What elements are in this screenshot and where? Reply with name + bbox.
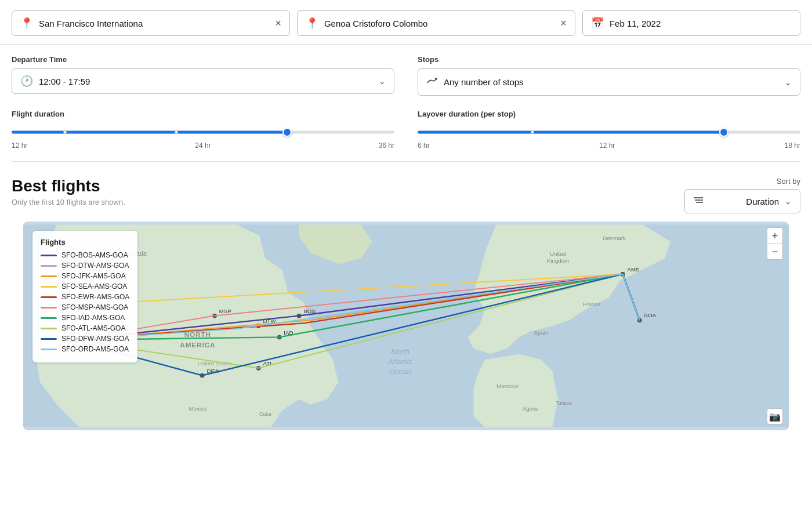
- clock-icon: 🕐: [20, 75, 33, 88]
- best-flights-title: Best flights: [12, 177, 125, 195]
- layover-duration-tick-1: 6 hr: [418, 141, 430, 150]
- stops-label: Stops: [418, 55, 800, 64]
- legend-color-line: [41, 317, 57, 319]
- legend-item: SFO-JFK-AMS-GOA: [41, 272, 129, 280]
- svg-text:AMERICA: AMERICA: [180, 341, 215, 349]
- flight-duration-slider-group: Flight duration 12 hr 24 hr 36 hr: [12, 110, 394, 150]
- destination-value: Genoa Cristoforo Colombo: [324, 19, 554, 28]
- map-svg: North Atlantic Ocean Canada NORTH AMERIC…: [23, 222, 789, 430]
- flight-duration-dot-1: [63, 130, 67, 134]
- flight-duration-tick-3: 36 hr: [379, 141, 394, 150]
- layover-duration-tick-2: 12 hr: [599, 141, 615, 150]
- denmark-label: Denmark: [603, 235, 625, 241]
- flight-duration-dot-2: [175, 130, 178, 134]
- svg-text:Atlantic: Atlantic: [388, 358, 413, 366]
- best-flights-subtitle: Only the first 10 flights are shown.: [12, 198, 125, 206]
- sort-by-label: Sort by: [684, 177, 800, 186]
- layover-duration-fill: [418, 131, 724, 134]
- msp-label: MSP: [219, 308, 231, 314]
- sliders-row: Flight duration 12 hr 24 hr 36 hr Layove…: [0, 99, 812, 155]
- legend-item: SFO-ATL-AMS-GOA: [41, 324, 129, 332]
- legend-item: SFO-EWR-AMS-GOA: [41, 293, 129, 301]
- stops-select[interactable]: Any number of stops ⌄: [418, 68, 800, 96]
- map-container: North Atlantic Ocean Canada NORTH AMERIC…: [23, 222, 789, 430]
- sort-by-container: Sort by Duration ⌄: [684, 177, 800, 213]
- legend-color-line: [41, 286, 57, 288]
- legend-color-line: [41, 307, 57, 309]
- search-bar: 📍 San Francisco Internationa × 📍 Genoa C…: [0, 0, 812, 45]
- morocco-label: Morocco: [496, 383, 518, 389]
- date-input[interactable]: 📅 Feb 11, 2022: [582, 10, 800, 36]
- flight-duration-track: [12, 131, 394, 134]
- map-controls: + −: [767, 227, 783, 260]
- sort-chevron-icon: ⌄: [785, 197, 792, 206]
- legend-route-label: SFO-DFW-AMS-GOA: [61, 335, 129, 343]
- cuba-label: Cuba: [259, 411, 271, 417]
- tunisia-label: Tunisia: [556, 400, 572, 406]
- spain-label: Spain: [534, 329, 549, 336]
- sort-by-select[interactable]: Duration ⌄: [684, 189, 800, 213]
- layover-duration-dot-1: [531, 130, 534, 134]
- legend-route-label: SFO-DTW-AMS-GOA: [61, 262, 129, 270]
- legend-color-line: [41, 255, 57, 256]
- layover-duration-tick-3: 18 hr: [785, 141, 800, 150]
- legend-items: SFO-BOS-AMS-GOASFO-DTW-AMS-GOASFO-JFK-AM…: [41, 251, 129, 353]
- legend-color-line: [41, 338, 57, 340]
- legend-color-line: [41, 275, 57, 277]
- legend-color-line: [41, 349, 57, 350]
- north-atlantic-label: North: [392, 348, 409, 356]
- best-flights-heading: Best flights Only the first 10 flights a…: [12, 177, 125, 206]
- destination-icon: 📍: [306, 17, 318, 30]
- sort-value: Duration: [709, 197, 779, 206]
- legend-item: SFO-DTW-AMS-GOA: [41, 262, 129, 270]
- departure-time-select[interactable]: 🕐 12:00 - 17:59 ⌄: [12, 68, 394, 94]
- destination-input[interactable]: 📍 Genoa Cristoforo Colombo ×: [297, 10, 575, 36]
- legend-route-label: SFO-SEA-AMS-GOA: [61, 282, 127, 291]
- origin-clear-button[interactable]: ×: [275, 17, 281, 30]
- layover-duration-track: [418, 131, 800, 134]
- map-screenshot-button[interactable]: 📷: [767, 408, 783, 424]
- departure-time-value: 12:00 - 17:59: [39, 77, 373, 86]
- legend-route-label: SFO-IAD-AMS-GOA: [61, 314, 125, 322]
- best-flights-header: Best flights Only the first 10 flights a…: [12, 177, 800, 213]
- legend-color-line: [41, 296, 57, 298]
- destination-clear-button[interactable]: ×: [560, 17, 567, 30]
- svg-text:Ocean: Ocean: [390, 368, 411, 376]
- flight-duration-thumb[interactable]: [282, 128, 292, 137]
- section-divider: [12, 161, 800, 162]
- flight-duration-label: Flight duration: [12, 110, 394, 118]
- zoom-in-button[interactable]: +: [767, 227, 783, 244]
- layover-duration-slider[interactable]: [418, 126, 800, 138]
- algeria-label: Algeria: [522, 406, 538, 412]
- legend-route-label: SFO-BOS-AMS-GOA: [61, 251, 128, 259]
- stops-icon: [426, 75, 438, 89]
- layover-duration-thumb[interactable]: [719, 128, 728, 137]
- origin-input[interactable]: 📍 San Francisco Internationa ×: [12, 10, 290, 36]
- svg-text:Kingdom: Kingdom: [547, 257, 569, 264]
- flight-duration-ticks: 12 hr 24 hr 36 hr: [12, 141, 394, 150]
- origin-icon: 📍: [20, 17, 33, 30]
- flight-duration-tick-2: 24 hr: [195, 141, 211, 150]
- legend-color-line: [41, 328, 57, 329]
- flight-duration-fill: [12, 131, 287, 134]
- sort-icon: [693, 195, 704, 207]
- map-legend: Flights SFO-BOS-AMS-GOASFO-DTW-AMS-GOASF…: [32, 231, 137, 362]
- filters-row: Departure Time 🕐 12:00 - 17:59 ⌄ Stops A…: [0, 45, 812, 99]
- uk-label: United: [550, 251, 566, 257]
- legend-item: SFO-DFW-AMS-GOA: [41, 335, 129, 343]
- legend-item: SFO-BOS-AMS-GOA: [41, 251, 129, 259]
- departure-time-label: Departure Time: [12, 55, 394, 64]
- stops-value: Any number of stops: [444, 77, 779, 87]
- mexico-label: Mexico: [189, 405, 207, 412]
- legend-item: SFO-SEA-AMS-GOA: [41, 282, 129, 291]
- legend-route-label: SFO-ATL-AMS-GOA: [61, 324, 125, 332]
- layover-duration-slider-group: Layover duration (per stop) 6 hr 12 hr 1…: [418, 110, 800, 150]
- legend-route-label: SFO-ORD-AMS-GOA: [61, 345, 129, 353]
- france-label: France: [583, 301, 600, 307]
- origin-value: San Francisco Internationa: [39, 19, 269, 28]
- legend-color-line: [41, 265, 57, 267]
- flight-duration-slider[interactable]: [12, 126, 394, 138]
- zoom-out-button[interactable]: −: [767, 244, 783, 260]
- ams-label: AMS: [627, 266, 640, 273]
- goa-label: GOA: [644, 312, 657, 318]
